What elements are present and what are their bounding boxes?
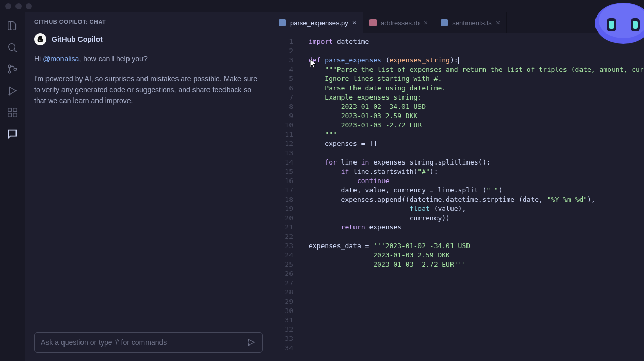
line-number: 17 (272, 186, 299, 195)
code-line[interactable]: 2023-01-03 2.59 DKK (309, 111, 644, 121)
tab-addresses-rb[interactable]: addresses.rb× (363, 12, 434, 33)
code-line[interactable]: 2023-01-02 -34.01 USD (309, 102, 644, 111)
editor-panel: parse_expenses.py×addresses.rb×sentiment… (272, 12, 644, 361)
extensions-icon[interactable] (6, 106, 19, 119)
line-number: 9 (272, 111, 299, 121)
code-line[interactable]: 2023-01-03 -2.72 EUR''' (309, 260, 644, 269)
code-line[interactable] (309, 288, 644, 297)
code-line[interactable]: expenses.append((datetime.datetime.strpt… (309, 195, 644, 204)
code-line[interactable]: expenses = [] (309, 139, 644, 149)
typescript-file-icon (441, 19, 448, 26)
code-line[interactable]: 2023-01-03 2.59 DKK (309, 251, 644, 260)
svg-rect-8 (8, 113, 11, 117)
line-number: 22 (272, 232, 299, 241)
code-line[interactable]: if line.startswith("#"): (309, 167, 644, 176)
close-icon[interactable]: × (352, 19, 357, 27)
source-control-icon[interactable] (6, 63, 19, 75)
line-number: 4 (272, 65, 299, 74)
svg-point-0 (9, 44, 15, 51)
window-maximize-icon[interactable] (26, 3, 32, 9)
chat-input-field[interactable] (41, 338, 247, 347)
line-number: 31 (272, 316, 299, 325)
code-line[interactable]: float (value), (309, 204, 644, 214)
line-number: 13 (272, 149, 299, 158)
code-line[interactable] (309, 149, 644, 158)
code-line[interactable] (309, 343, 644, 353)
code-line[interactable] (309, 46, 644, 56)
svg-point-3 (8, 71, 11, 73)
chat-greeting: Hi @monalisa, how can I help you? (34, 54, 263, 64)
explorer-icon[interactable] (6, 20, 19, 32)
tab-parse_expenses-py[interactable]: parse_expenses.py× (272, 12, 363, 33)
line-number: 2 (272, 46, 299, 56)
code-line[interactable] (309, 232, 644, 241)
code-area[interactable]: import datetime def parse_expenses (expe… (299, 33, 644, 361)
svg-rect-12 (441, 19, 448, 26)
code-line[interactable]: """ (309, 130, 644, 139)
activity-bar (0, 12, 25, 361)
line-number: 15 (272, 167, 299, 176)
code-line[interactable]: Ignore lines starting with #. (309, 74, 644, 84)
code-line[interactable]: date, value, currency = line.split (" ") (309, 186, 644, 195)
close-icon[interactable]: × (496, 19, 500, 27)
line-number: 26 (272, 269, 299, 278)
chat-input[interactable] (34, 332, 263, 353)
line-number: 32 (272, 325, 299, 334)
send-icon[interactable] (247, 338, 256, 347)
code-line[interactable]: def parse_expenses (expenses_string): (309, 56, 644, 65)
line-number: 5 (272, 74, 299, 84)
search-icon[interactable] (6, 41, 19, 54)
window-minimize-icon[interactable] (15, 3, 22, 9)
code-line[interactable]: import datetime (309, 37, 644, 46)
line-number: 1 (272, 37, 299, 46)
code-line[interactable]: """Parse the list of expenses and return… (309, 65, 644, 74)
close-icon[interactable]: × (424, 19, 428, 27)
editor-body[interactable]: 1234567891011121314151617181920212223242… (272, 33, 644, 361)
line-number: 12 (272, 139, 299, 149)
svg-point-4 (14, 68, 17, 71)
chat-icon[interactable] (6, 128, 19, 140)
code-line[interactable] (309, 316, 644, 325)
code-line[interactable] (309, 269, 644, 278)
code-line[interactable] (309, 306, 644, 316)
tab-label: sentiments.ts (452, 19, 492, 27)
line-number: 21 (272, 223, 299, 232)
line-number: 6 (272, 84, 299, 93)
chat-disclaimer: I'm powered by AI, so surprises and mist… (34, 74, 263, 106)
code-line[interactable]: Parse the date using datetime. (309, 84, 644, 93)
code-line[interactable] (309, 278, 644, 288)
chat-author: GitHub Copilot (34, 33, 263, 45)
code-line[interactable]: Example expenses_string: (309, 93, 644, 102)
line-number: 23 (272, 241, 299, 251)
greeting-pre: Hi (34, 55, 43, 63)
window-close-icon[interactable] (5, 3, 11, 9)
line-number: 29 (272, 297, 299, 306)
tab-label: addresses.rb (381, 19, 420, 27)
tab-sentiments-ts[interactable]: sentiments.ts× (434, 12, 507, 33)
code-line[interactable]: for line in expenses_string.splitlines()… (309, 158, 644, 167)
code-line[interactable]: currency)) (309, 214, 644, 223)
code-line[interactable] (309, 325, 644, 334)
chat-panel-title: GITHUB COPILOT: CHAT (25, 12, 272, 30)
code-line[interactable] (309, 297, 644, 306)
line-number: 18 (272, 195, 299, 204)
line-number: 28 (272, 288, 299, 297)
svg-rect-6 (8, 108, 11, 111)
chat-author-name: GitHub Copilot (52, 35, 103, 43)
python-file-icon (279, 19, 286, 26)
code-line[interactable] (309, 334, 644, 343)
code-line[interactable]: return expenses (309, 223, 644, 232)
code-line[interactable]: 2023-01-03 -2.72 EUR (309, 121, 644, 130)
code-line[interactable]: continue (309, 176, 644, 186)
line-number: 3 (272, 56, 299, 65)
run-debug-icon[interactable] (6, 85, 19, 97)
line-number: 19 (272, 204, 299, 214)
title-bar (0, 0, 644, 12)
tab-bar: parse_expenses.py×addresses.rb×sentiment… (272, 12, 644, 33)
line-number: 11 (272, 130, 299, 139)
line-gutter: 1234567891011121314151617181920212223242… (272, 33, 299, 361)
line-number: 34 (272, 343, 299, 353)
line-number: 14 (272, 158, 299, 167)
code-line[interactable]: expenses_data = '''2023-01-02 -34.01 USD (309, 241, 644, 251)
copilot-avatar-icon (34, 33, 46, 45)
